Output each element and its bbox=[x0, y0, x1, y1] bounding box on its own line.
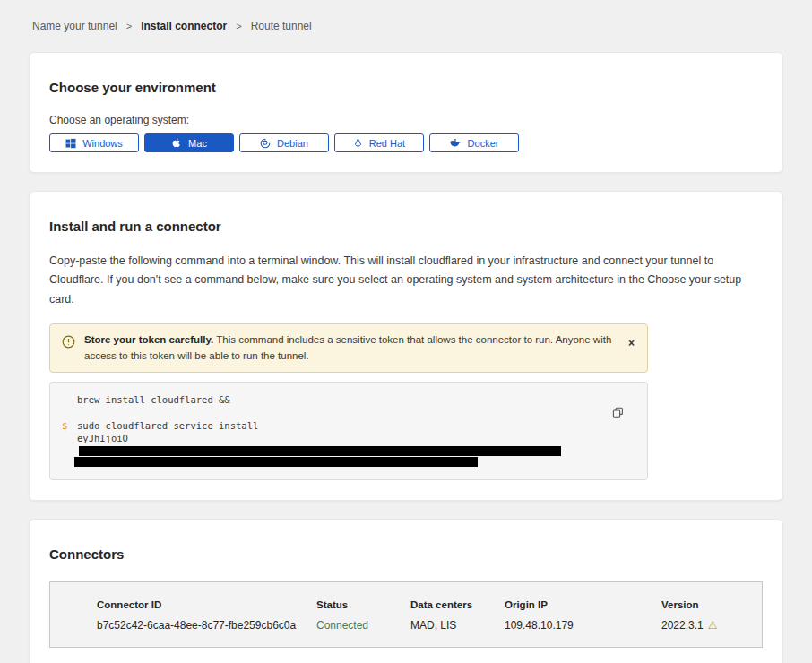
token-redaction-bar bbox=[74, 457, 478, 467]
install-description: Copy-paste the following command into a … bbox=[49, 252, 763, 309]
os-button-row: Windows Mac Debian bbox=[49, 133, 763, 152]
page: Name your tunnel > Install connector > R… bbox=[0, 0, 812, 663]
header-connector-id: Connector ID bbox=[97, 599, 316, 610]
token-warning-text: Store your token carefully. This command… bbox=[84, 332, 614, 365]
code-line-sudo: $ sudo cloudflared service install bbox=[62, 419, 611, 432]
os-button-windows[interactable]: Windows bbox=[49, 133, 139, 152]
connectors-card: Connectors Connector ID Status Data cent… bbox=[29, 519, 783, 663]
breadcrumb-install-connector[interactable]: Install connector bbox=[141, 20, 227, 32]
os-button-redhat[interactable]: Red Hat bbox=[334, 133, 424, 152]
header-data-centers: Data centers bbox=[410, 599, 505, 610]
token-warning-alert: Store your token carefully. This command… bbox=[49, 323, 648, 374]
token-redaction-bar bbox=[79, 446, 561, 456]
os-button-docker[interactable]: Docker bbox=[429, 133, 519, 152]
status-badge: Connected bbox=[316, 619, 410, 632]
copy-icon[interactable] bbox=[612, 407, 624, 421]
redhat-logo-icon bbox=[353, 138, 363, 149]
table-row: b7c52c42-6caa-48ee-8c77-fbe259cb6c0a Con… bbox=[97, 619, 744, 632]
code-blank-line bbox=[62, 407, 611, 419]
version-text: 2022.3.1 bbox=[661, 619, 704, 632]
os-button-label: Red Hat bbox=[369, 138, 405, 149]
warning-circle-icon bbox=[62, 335, 75, 352]
close-icon[interactable]: × bbox=[626, 338, 636, 349]
code-text-sudo: sudo cloudflared service install bbox=[77, 419, 258, 432]
choose-environment-card: Choose your environment Choose an operat… bbox=[29, 52, 783, 173]
connectors-table: Connector ID Status Data centers Origin … bbox=[49, 581, 763, 648]
os-label: Choose an operating system: bbox=[49, 114, 763, 126]
connector-id-value: b7c52c42-6caa-48ee-8c77-fbe259cb6c0a bbox=[97, 619, 316, 632]
token-prefix: eyJhIjoiO bbox=[77, 432, 611, 457]
breadcrumb-route-tunnel[interactable]: Route tunnel bbox=[251, 20, 312, 32]
version-warning-icon: ⚠ bbox=[708, 619, 718, 632]
os-button-label: Debian bbox=[277, 138, 308, 149]
apple-logo-icon bbox=[171, 137, 182, 149]
token-prefix-text: eyJhIjoiO bbox=[77, 433, 128, 443]
breadcrumb-separator: > bbox=[126, 21, 132, 31]
choose-environment-title: Choose your environment bbox=[49, 80, 763, 95]
connectors-table-header: Connector ID Status Data centers Origin … bbox=[97, 599, 744, 610]
os-button-label: Docker bbox=[468, 138, 499, 149]
os-button-label: Mac bbox=[188, 138, 207, 149]
header-status: Status bbox=[316, 599, 410, 610]
docker-logo-icon bbox=[450, 138, 462, 148]
os-button-mac[interactable]: Mac bbox=[144, 133, 234, 152]
origin-ip-value: 109.48.10.179 bbox=[505, 619, 661, 632]
token-warning-title: Store your token carefully. bbox=[84, 334, 213, 345]
header-origin-ip: Origin IP bbox=[505, 599, 661, 610]
install-connector-title: Install and run a connector bbox=[49, 219, 763, 234]
prompt-spacer bbox=[62, 432, 77, 457]
windows-logo-icon bbox=[65, 138, 76, 149]
code-line-token-2 bbox=[62, 457, 611, 467]
prompt-spacer bbox=[62, 393, 77, 406]
os-button-label: Windows bbox=[82, 138, 123, 149]
version-value: 2022.3.1⚠ bbox=[661, 619, 744, 632]
debian-logo-icon bbox=[260, 138, 271, 149]
install-command-codeblock[interactable]: brew install cloudflared && $ sudo cloud… bbox=[49, 382, 648, 480]
header-version: Version bbox=[661, 599, 744, 610]
install-connector-card: Install and run a connector Copy-paste t… bbox=[29, 191, 783, 501]
code-line-token: eyJhIjoiO bbox=[62, 432, 611, 457]
connectors-title: Connectors bbox=[49, 547, 763, 562]
data-centers-value: MAD, LIS bbox=[410, 619, 505, 632]
os-button-debian[interactable]: Debian bbox=[239, 133, 329, 152]
breadcrumb: Name your tunnel > Install connector > R… bbox=[32, 20, 783, 32]
shell-prompt: $ bbox=[62, 419, 77, 432]
breadcrumb-name-your-tunnel[interactable]: Name your tunnel bbox=[32, 20, 117, 32]
code-line-brew: brew install cloudflared && bbox=[62, 393, 611, 406]
breadcrumb-separator: > bbox=[236, 21, 241, 31]
code-text-brew: brew install cloudflared && bbox=[77, 393, 230, 406]
